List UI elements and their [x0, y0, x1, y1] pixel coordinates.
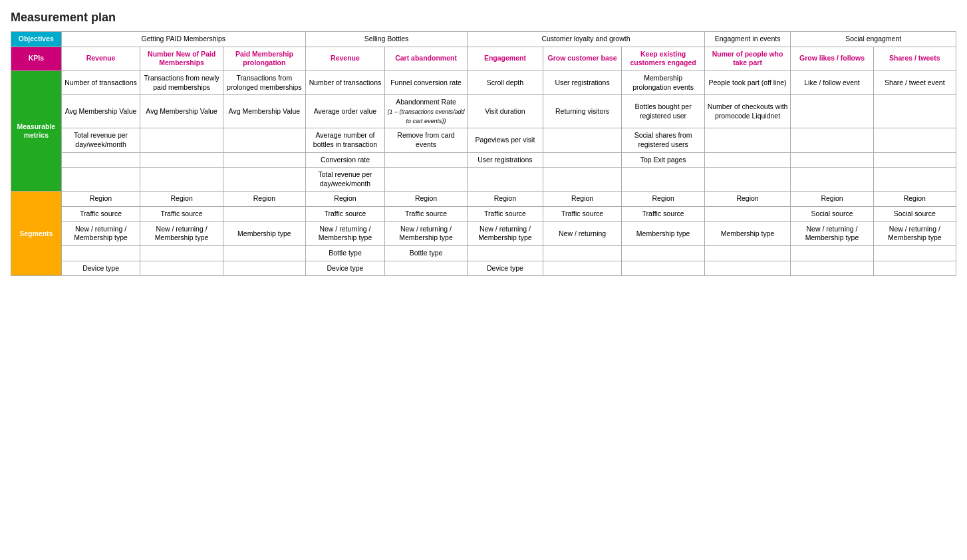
- metric-1-3: Transactions from prolonged memberships: [223, 70, 305, 94]
- metric-1-2: Transactions from newly paid memberships: [140, 70, 223, 94]
- seg-4-3: [223, 245, 305, 261]
- seg-2-10: Social source: [791, 207, 873, 222]
- metric-2-7: Returning visitors: [543, 95, 622, 128]
- metric-5-5: [384, 168, 467, 192]
- metric-4-10: [791, 152, 873, 168]
- metric-4-2: [140, 152, 223, 168]
- metric-5-8: [622, 168, 704, 192]
- metric-2-1: Avg Membership Value: [61, 95, 140, 128]
- seg-4-8: [622, 245, 704, 261]
- seg-2-3: [223, 207, 305, 222]
- seg-3-1: New / returning /Membership type: [61, 221, 140, 245]
- metric-5-9: [704, 168, 791, 192]
- objective-customer-loyalty: Customer loyalty and growth: [468, 32, 705, 47]
- kpi-4: Revenue: [306, 47, 385, 70]
- seg-5-11: [873, 261, 956, 276]
- metric-3-4: Average number of bottles in transaction: [306, 128, 385, 152]
- metric-3-2: [140, 128, 223, 152]
- metric-3-3: [223, 128, 305, 152]
- seg-3-4: New / returning /Membership type: [306, 221, 385, 245]
- seg-3-9: Membership type: [704, 221, 791, 245]
- seg-3-5: New / returning /Membership type: [384, 221, 467, 245]
- seg-5-10: [791, 261, 873, 276]
- seg-2-8: Traffic source: [622, 207, 704, 222]
- kpi-2: Number New of Paid Memberships: [140, 47, 223, 70]
- seg-1-2: Region: [140, 192, 223, 207]
- seg-3-11: New / returning /Membership type: [873, 221, 956, 245]
- metric-2-6: Visit duration: [468, 95, 543, 128]
- metric-4-7: [543, 152, 622, 168]
- seg-5-5: [384, 261, 467, 276]
- metrics-row-4: Conversion rate User registrations Top E…: [11, 152, 956, 168]
- metric-5-6: [468, 168, 543, 192]
- metrics-row-3: Total revenue per day/week/month Average…: [11, 128, 956, 152]
- kpi-10: Grow likes / follows: [791, 47, 873, 70]
- seg-1-9: Region: [704, 192, 791, 207]
- objective-getting-paid: Getting PAID Memberships: [61, 32, 305, 47]
- segments-row-3: New / returning /Membership type New / r…: [11, 221, 956, 245]
- metric-2-9: Number of checkouts with promocode Liqui…: [704, 95, 791, 128]
- seg-4-5: Bottle type: [384, 245, 467, 261]
- metric-4-3: [223, 152, 305, 168]
- seg-2-1: Traffic source: [61, 207, 140, 222]
- metric-3-10: [791, 128, 873, 152]
- metrics-row-1: Measurable metrics Number of transaction…: [11, 70, 956, 94]
- metric-5-3: [223, 168, 305, 192]
- seg-3-10: New / returning /Membership type: [791, 221, 873, 245]
- kpi-9: Numer of people who take part: [704, 47, 791, 70]
- seg-2-4: Traffic source: [306, 207, 385, 222]
- seg-3-7: New / returning: [543, 221, 622, 245]
- metric-1-5: Funnel conversion rate: [384, 70, 467, 94]
- seg-1-10: Region: [791, 192, 873, 207]
- seg-3-6: New / returning /Membership type: [468, 221, 543, 245]
- metric-2-10: [791, 95, 873, 128]
- metric-4-9: [704, 152, 791, 168]
- seg-5-7: [543, 261, 622, 276]
- objective-social-engagement: Social engagment: [791, 32, 956, 47]
- metric-1-6: Scroll depth: [468, 70, 543, 94]
- metric-1-10: Like / follow event: [791, 70, 873, 94]
- metric-5-10: [791, 168, 873, 192]
- metrics-label: Measurable metrics: [11, 70, 62, 192]
- seg-2-7: Traffic source: [543, 207, 622, 222]
- metric-3-8: Social shares from registered users: [622, 128, 704, 152]
- segments-label: Segments: [11, 192, 62, 276]
- objective-engagement-events: Engagment in events: [704, 32, 791, 47]
- segments-row-5: Device type Device type Device type: [11, 261, 956, 276]
- metric-1-8: Membership prolongation events: [622, 70, 704, 94]
- metric-4-1: [61, 152, 140, 168]
- metric-4-6: User registrations: [468, 152, 543, 168]
- seg-3-2: New / returning /Membership type: [140, 221, 223, 245]
- seg-4-9: [704, 245, 791, 261]
- metric-3-5: Remove from card events: [384, 128, 467, 152]
- page-title: Measurement plan: [11, 11, 956, 25]
- kpi-3: Paid Membership prolongation: [223, 47, 305, 70]
- seg-4-6: [468, 245, 543, 261]
- kpi-5: Cart abandonment: [384, 47, 467, 70]
- seg-5-3: [223, 261, 305, 276]
- metric-2-4: Average order value: [306, 95, 385, 128]
- metric-4-4: Conversion rate: [306, 152, 385, 168]
- seg-2-9: [704, 207, 791, 222]
- metric-3-11: [873, 128, 956, 152]
- metric-1-7: User registrations: [543, 70, 622, 94]
- segments-row-4: Bottle type Bottle type: [11, 245, 956, 261]
- seg-5-2: [140, 261, 223, 276]
- metric-5-1: [61, 168, 140, 192]
- metric-4-11: [873, 152, 956, 168]
- metric-5-7: [543, 168, 622, 192]
- metric-3-6: Pageviews per visit: [468, 128, 543, 152]
- seg-1-6: Region: [468, 192, 543, 207]
- metric-5-4: Total revenue per day/week/month: [306, 168, 385, 192]
- seg-2-2: Traffic source: [140, 207, 223, 222]
- kpi-8: Keep existing customers engaged: [622, 47, 704, 70]
- metric-2-2: Avg Membership Value: [140, 95, 223, 128]
- metrics-row-2: Avg Membership Value Avg Membership Valu…: [11, 95, 956, 128]
- metric-1-9: People took part (off line): [704, 70, 791, 94]
- seg-1-3: Region: [223, 192, 305, 207]
- metric-1-4: Number of transactions: [306, 70, 385, 94]
- seg-4-1: [61, 245, 140, 261]
- seg-3-8: Membership type: [622, 221, 704, 245]
- seg-1-11: Region: [873, 192, 956, 207]
- metric-1-11: Share / tweet event: [873, 70, 956, 94]
